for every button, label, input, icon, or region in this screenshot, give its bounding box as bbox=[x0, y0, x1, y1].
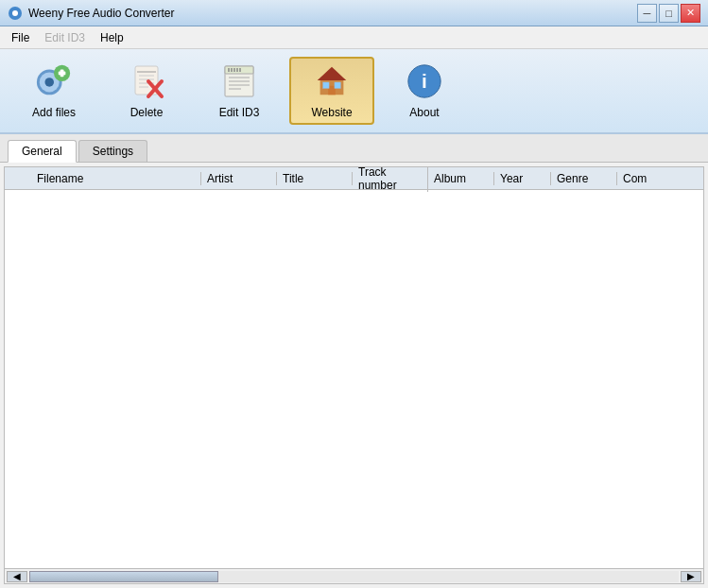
close-button[interactable]: ✕ bbox=[681, 4, 700, 23]
col-header-title: Title bbox=[277, 172, 353, 185]
about-label: About bbox=[409, 106, 439, 119]
horizontal-scrollbar[interactable]: ◀ ▶ bbox=[5, 568, 703, 583]
toolbar: Add files Delete bbox=[0, 49, 708, 134]
table-header: Filename Artist Title Track number Album… bbox=[5, 167, 703, 190]
edit-id3-label: Edit ID3 bbox=[219, 106, 260, 119]
menu-edit-id3: Edit ID3 bbox=[37, 28, 93, 47]
delete-icon bbox=[128, 62, 165, 100]
maximize-button[interactable]: □ bbox=[659, 4, 679, 23]
file-table: Filename Artist Title Track number Album… bbox=[4, 166, 704, 584]
svg-text:i: i bbox=[422, 70, 427, 92]
col-header-year: Year bbox=[494, 172, 551, 185]
table-body bbox=[5, 190, 703, 568]
col-header-album: Album bbox=[428, 172, 494, 185]
col-header-track: Track number bbox=[353, 166, 428, 192]
main-content: General Settings Filename Artist Title T… bbox=[0, 134, 708, 588]
col-header-filename: Filename bbox=[31, 172, 201, 185]
website-label: Website bbox=[311, 106, 352, 119]
col-header-com: Com bbox=[617, 172, 674, 185]
menu-help[interactable]: Help bbox=[93, 28, 131, 47]
col-header-genre: Genre bbox=[551, 172, 617, 185]
window-controls: ─ □ ✕ bbox=[637, 4, 700, 23]
minimize-button[interactable]: ─ bbox=[637, 4, 657, 23]
add-files-button[interactable]: Add files bbox=[11, 57, 96, 125]
menu-bar: File Edit ID3 Help bbox=[0, 26, 708, 49]
website-icon bbox=[313, 62, 351, 100]
delete-button[interactable]: Delete bbox=[104, 57, 189, 125]
title-bar: Weeny Free Audio Converter ─ □ ✕ bbox=[0, 0, 708, 26]
svg-rect-30 bbox=[322, 82, 329, 89]
about-button[interactable]: i About bbox=[382, 57, 467, 125]
svg-point-4 bbox=[44, 78, 54, 87]
svg-marker-28 bbox=[318, 67, 346, 80]
app-title: Weeny Free Audio Converter bbox=[28, 7, 637, 20]
tab-bar: General Settings bbox=[0, 134, 708, 163]
tab-general[interactable]: General bbox=[8, 140, 77, 163]
app-icon bbox=[8, 6, 23, 21]
tab-settings[interactable]: Settings bbox=[78, 140, 147, 162]
about-icon: i bbox=[406, 62, 443, 100]
menu-file[interactable]: File bbox=[4, 28, 37, 47]
website-button[interactable]: Website bbox=[289, 57, 374, 125]
svg-rect-7 bbox=[60, 70, 64, 78]
add-files-icon bbox=[35, 62, 73, 100]
col-header-artist: Artist bbox=[201, 172, 277, 185]
edit-id3-button[interactable]: Edit ID3 bbox=[197, 57, 282, 125]
add-files-label: Add files bbox=[32, 106, 76, 119]
svg-point-1 bbox=[12, 10, 18, 16]
delete-label: Delete bbox=[130, 106, 164, 119]
edit-id3-icon bbox=[220, 62, 258, 100]
svg-rect-31 bbox=[335, 82, 341, 89]
